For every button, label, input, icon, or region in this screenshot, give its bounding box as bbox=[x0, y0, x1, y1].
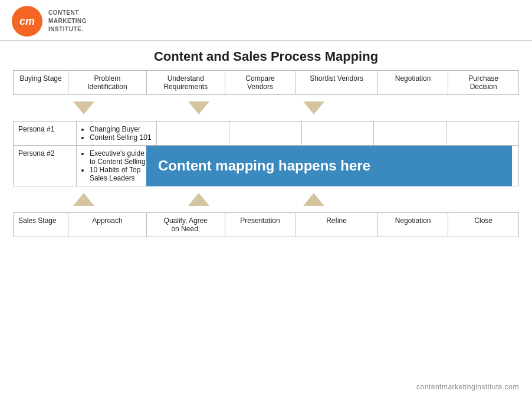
footer-watermark: contentmarketinginstitute.com bbox=[416, 383, 519, 391]
arrow-up-spacer3 bbox=[225, 186, 287, 212]
page-title: Content and Sales Process Mapping bbox=[0, 41, 532, 70]
p1-empty-5 bbox=[446, 122, 519, 146]
arrow-spacer4 bbox=[340, 95, 393, 121]
shortlist-header: Shortlist Vendors bbox=[295, 71, 378, 95]
up-arrow-icon bbox=[73, 193, 94, 206]
arrows-down-row bbox=[0, 95, 532, 121]
persona-section: Persona #1 Changing Buyer Content Sellin… bbox=[0, 121, 532, 186]
buying-stage-header: Buying Stage bbox=[14, 71, 68, 95]
persona-2-content: Executive's guide to Content Selling 10 … bbox=[76, 146, 156, 186]
sales-stage-header: Sales Stage bbox=[14, 213, 68, 237]
down-arrow-icon bbox=[188, 101, 209, 114]
p1-empty-1 bbox=[157, 122, 229, 146]
persona-1-label: Persona #1 bbox=[14, 122, 77, 146]
compare-header: CompareVendors bbox=[225, 71, 295, 95]
header: cm CONTENTMARKETINGINSTITUTE. bbox=[0, 0, 532, 41]
arrow-down-3 bbox=[287, 95, 340, 121]
p1-empty-2 bbox=[229, 122, 302, 146]
arrow-up-spacer2 bbox=[113, 186, 172, 212]
buying-stage-table: Buying Stage ProblemIdentification Under… bbox=[13, 70, 519, 95]
content-mapping-banner: Content mapping happens here bbox=[146, 146, 512, 186]
sales-stage-section: Sales Stage Approach Qualify, Agreeon Ne… bbox=[0, 212, 532, 237]
list-item: Changing Buyer bbox=[90, 125, 152, 133]
presentation-header: Presentation bbox=[225, 213, 295, 237]
purchase-header: PurchaseDecision bbox=[448, 71, 519, 95]
sales-negotiation-header: Negotiation bbox=[377, 213, 448, 237]
up-arrow-icon bbox=[303, 193, 324, 206]
up-arrow-icon bbox=[188, 193, 209, 206]
main-content: Buying Stage ProblemIdentification Under… bbox=[0, 70, 532, 95]
p1-empty-4 bbox=[374, 122, 446, 146]
arrow-spacer2 bbox=[113, 95, 172, 121]
persona-1-row: Persona #1 Changing Buyer Content Sellin… bbox=[14, 122, 519, 146]
arrow-up-spacer4 bbox=[340, 186, 393, 212]
understand-header: UnderstandRequirements bbox=[146, 71, 225, 95]
logo-icon: cm bbox=[12, 6, 42, 37]
arrow-down-2 bbox=[172, 95, 225, 121]
approach-header: Approach bbox=[68, 213, 147, 237]
close-header: Close bbox=[448, 213, 519, 237]
p1-empty-3 bbox=[301, 122, 374, 146]
list-item: Content Selling 101 bbox=[90, 133, 152, 142]
sales-stage-table: Sales Stage Approach Qualify, Agreeon Ne… bbox=[13, 212, 519, 237]
org-name: CONTENTMARKETINGINSTITUTE. bbox=[48, 9, 87, 34]
list-item: 10 Habits of Top Sales Leaders bbox=[90, 166, 152, 182]
arrow-spacer3 bbox=[225, 95, 287, 121]
arrow-up-spacer1 bbox=[13, 186, 54, 212]
qualify-header: Qualify, Agreeon Need, bbox=[146, 213, 225, 237]
down-arrow-icon bbox=[73, 101, 94, 114]
persona-1-content: Changing Buyer Content Selling 101 bbox=[76, 122, 156, 146]
arrow-up-2 bbox=[172, 186, 225, 212]
arrow-up-3 bbox=[287, 186, 340, 212]
down-arrow-icon bbox=[303, 101, 324, 114]
refine-header: Refine bbox=[295, 213, 378, 237]
persona-2-label: Persona #2 bbox=[14, 146, 77, 186]
negotiation-header: Negotiation bbox=[377, 71, 448, 95]
arrow-down-1 bbox=[54, 95, 113, 121]
arrows-up-row bbox=[0, 186, 532, 212]
arrow-up-1 bbox=[54, 186, 113, 212]
arrow-spacer1 bbox=[13, 95, 54, 121]
list-item: Executive's guide to Content Selling bbox=[90, 149, 152, 166]
problem-id-header: ProblemIdentification bbox=[68, 71, 147, 95]
